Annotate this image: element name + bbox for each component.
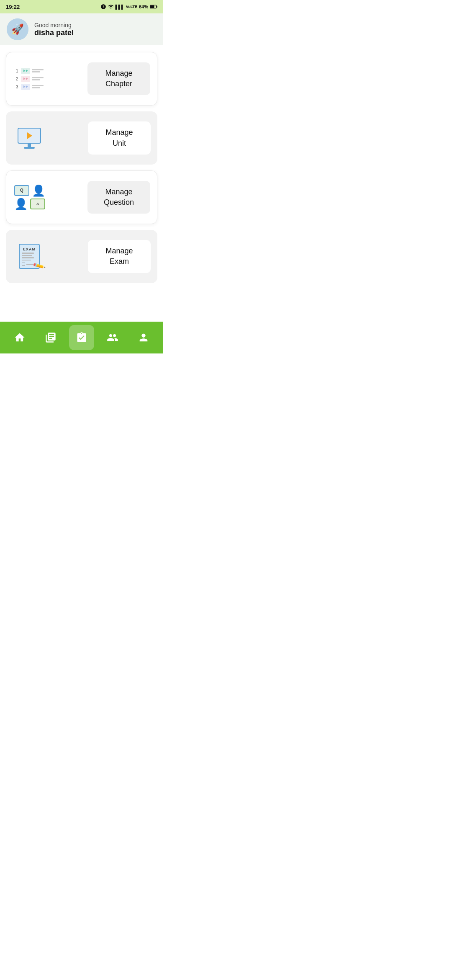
sessions-icon [107, 332, 118, 343]
battery-icon [150, 5, 157, 9]
status-bar: 19:22 ▌▌▌ VoLTE 64% [0, 0, 163, 13]
status-time: 19:22 [6, 4, 20, 10]
greeting-text: Good morning [34, 22, 74, 28]
manage-exam-button[interactable]: ManageExam [88, 240, 151, 273]
avatar-image: 🚀 [7, 18, 28, 40]
header-text: Good morning disha patel [34, 22, 74, 37]
manage-question-card[interactable]: Q 👤 👤 A ManageQuestion [6, 170, 157, 224]
status-icons: ▌▌▌ VoLTE 64% [100, 4, 157, 10]
nav-manage[interactable] [69, 325, 94, 350]
manage-chapter-button[interactable]: ManageChapter [87, 62, 150, 95]
question-icon: Q 👤 👤 A [13, 185, 46, 209]
chapter-icon: 1 2 [13, 68, 46, 90]
bottom-nav [0, 322, 163, 353]
nav-profile[interactable] [131, 325, 156, 350]
nav-home[interactable] [7, 325, 32, 350]
clipboard-icon [76, 332, 87, 343]
battery-text: 64% [139, 4, 148, 9]
manage-unit-card[interactable]: ManageUnit [6, 111, 157, 164]
username-text: disha patel [34, 28, 74, 37]
svg-rect-2 [150, 5, 154, 8]
wifi-icon [108, 4, 114, 10]
header: 🚀 Good morning disha patel [0, 13, 163, 45]
book-icon [45, 332, 56, 343]
home-icon [14, 332, 26, 343]
manage-unit-button[interactable]: ManageUnit [88, 121, 151, 154]
manage-exam-card[interactable]: EXAM ✏️ ManageExam [6, 230, 157, 283]
person-icon [138, 332, 149, 343]
exam-icon: EXAM ✏️ [13, 243, 46, 269]
unit-icon [13, 128, 46, 149]
avatar: 🚀 [7, 18, 28, 40]
svg-rect-1 [157, 6, 157, 8]
nav-sessions[interactable] [100, 325, 125, 350]
main-content: 1 2 [0, 45, 163, 322]
lte-icon: VoLTE [126, 5, 137, 9]
signal-icon: ▌▌▌ [116, 5, 124, 9]
alarm-icon [100, 4, 106, 10]
manage-chapter-card[interactable]: 1 2 [6, 52, 157, 106]
nav-courses[interactable] [38, 325, 63, 350]
manage-question-button[interactable]: ManageQuestion [87, 181, 150, 214]
svg-text:🚀: 🚀 [11, 23, 24, 35]
